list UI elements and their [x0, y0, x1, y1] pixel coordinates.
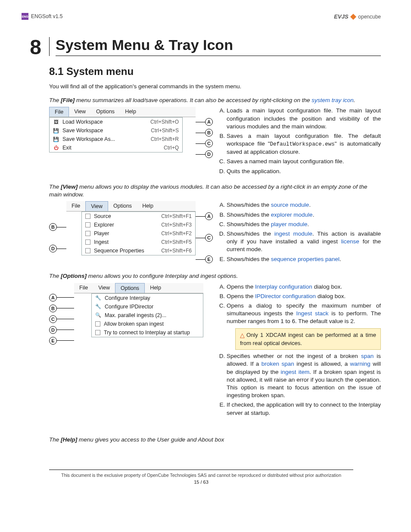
- checkbox-icon: [85, 231, 90, 236]
- link-interplay-config[interactable]: Interplay configuration: [255, 283, 312, 290]
- file-desc-a: Loads a main layout configuration file. …: [227, 107, 381, 131]
- menu-file2[interactable]: File: [66, 201, 85, 211]
- callout-e-view: E: [205, 255, 213, 263]
- checkbox-icon: [85, 222, 90, 227]
- callout-b-view: B: [49, 223, 57, 231]
- menu-item-connect-interplay-startup[interactable]: Try to connect to Interplay at startup: [92, 328, 203, 337]
- file-desc-d: Quits the application.: [227, 168, 381, 175]
- link-system-tray-icon[interactable]: system tray icon: [311, 97, 354, 103]
- opencube-logo-text: opencube: [358, 14, 381, 20]
- menu-help3[interactable]: Help: [145, 283, 166, 293]
- callout-d: D: [205, 150, 213, 158]
- opt-desc-b: Opens the IPDirector configuration dialo…: [227, 292, 381, 300]
- save-as-icon: 💾: [53, 136, 59, 142]
- chapter-title: System Menu & Tray Icon: [56, 37, 381, 56]
- callout-b-opt: B: [49, 305, 57, 312]
- link-sequence-properties[interactable]: sequence properties panel: [271, 256, 339, 262]
- opt-desc-a: Opens the Interplay configuration dialog…: [227, 283, 381, 291]
- load-icon: 🖼: [53, 119, 59, 125]
- menu-item-load-workspace[interactable]: 🖼Load WorkspaceCtrl+Shift+O: [50, 118, 182, 126]
- menu-item-player[interactable]: PlayerCtrl+Shift+F2: [82, 229, 195, 238]
- file-menubar: File View Options Help: [49, 107, 196, 117]
- checkbox-icon: [85, 214, 90, 219]
- link-warning[interactable]: warning: [350, 361, 371, 367]
- callout-d-opt: D: [49, 326, 57, 334]
- menu-item-source[interactable]: SourceCtrl+Shift+F1: [82, 212, 195, 221]
- menu-help2[interactable]: Help: [137, 201, 159, 211]
- menu-view2[interactable]: View: [85, 201, 108, 211]
- options-note: The [Options] menu allows you to configu…: [49, 272, 381, 280]
- opt-desc-d: Specifies whether or not the ingest of a…: [227, 352, 381, 399]
- menu-options3[interactable]: Options: [115, 283, 145, 293]
- gear-icon: 🔧: [95, 295, 101, 301]
- menu-item-save-workspace[interactable]: 💾Save WorkspaceCtrl+Shift+S: [50, 126, 182, 135]
- brand-logo: EVJS opencube: [334, 13, 381, 20]
- menu-help[interactable]: Help: [120, 107, 141, 117]
- link-ingest-item[interactable]: ingest item: [281, 369, 310, 375]
- checkbox-icon: [95, 321, 100, 327]
- checkbox-icon: [85, 248, 90, 253]
- menu-item-allow-broken-span[interactable]: Allow broken span ingest: [92, 320, 203, 328]
- checkbox-icon: [95, 330, 100, 335]
- options-description-list: Opens the Interplay configuration dialog…: [217, 283, 381, 417]
- menu-file[interactable]: File: [49, 107, 69, 117]
- search-icon: 🔍: [95, 312, 101, 318]
- link-player-module[interactable]: player module: [271, 221, 308, 227]
- menu-item-configure-ipdirector[interactable]: 🔧Configure IPDirector: [92, 302, 203, 311]
- intro-text: You will find all of the application's g…: [49, 83, 381, 90]
- link-ipdirector-config[interactable]: IPDirector configuration: [255, 293, 316, 299]
- callout-c-opt: C: [49, 315, 57, 323]
- exit-icon: ⏻: [53, 145, 59, 151]
- callout-e-opt: E: [49, 337, 57, 345]
- app-name: ENGSoft v1.5: [31, 13, 62, 19]
- menu-item-explorer[interactable]: ExplorerCtrl+Shift+F3: [82, 221, 195, 229]
- page-number: 15 / 63: [22, 479, 381, 485]
- file-description-list: Loads a main layout configuration file. …: [217, 107, 381, 175]
- link-ingest-stack[interactable]: Ingest stack: [296, 310, 328, 317]
- warning-box: △Only 1 XDCAM ingest can be performed at…: [235, 328, 381, 350]
- section-title: 8.1 System menu: [49, 65, 381, 78]
- save-icon: 💾: [53, 128, 59, 134]
- link-explorer-module[interactable]: explorer module: [271, 212, 313, 218]
- warning-icon: △: [240, 331, 245, 339]
- gear-icon: 🔧: [95, 304, 101, 310]
- callout-a: A: [205, 118, 213, 126]
- view-description-list: Shows/hides the source module. Shows/hid…: [217, 201, 381, 263]
- link-span[interactable]: span: [361, 353, 374, 359]
- callout-c: C: [205, 140, 213, 147]
- callout-c-view: C: [205, 234, 213, 242]
- file-desc-b: Saves a main layout configuration file. …: [227, 132, 381, 156]
- menu-item-exit[interactable]: ⏻ExitCtrl+Q: [50, 143, 182, 152]
- cube-icon: [350, 14, 356, 20]
- evs-logo-text: EVJS: [334, 13, 348, 20]
- view-desc-e: Shows/hides the sequence properties pane…: [227, 255, 381, 263]
- menu-item-save-workspace-as[interactable]: 💾Save Workspace As...Ctrl+Shift+R: [50, 135, 182, 143]
- callout-b: B: [205, 129, 213, 137]
- menu-view[interactable]: View: [69, 107, 91, 117]
- header-bar: ENG ENGSoft v1.5 EVJS opencube: [22, 13, 381, 20]
- view-desc-d: Shows/hides the ingest module. This acti…: [227, 230, 381, 254]
- menu-item-sequence-properties[interactable]: Sequence PropertiesCtrl+Shift+F6: [82, 246, 195, 255]
- menu-options2[interactable]: Options: [108, 201, 137, 211]
- chapter-number: 8: [22, 37, 41, 58]
- callout-a-opt: A: [49, 294, 57, 302]
- menu-options[interactable]: Options: [91, 107, 120, 117]
- footer-disclaimer: This document is the exclusive property …: [22, 473, 381, 478]
- view-desc-a: Shows/hides the source module.: [227, 201, 381, 209]
- help-note: The [Help] menu gives you access to the …: [49, 436, 381, 444]
- link-source-module[interactable]: source module: [271, 202, 309, 208]
- menu-item-max-parallel-ingests[interactable]: 🔍Max. parallel ingests (2)...: [92, 311, 203, 320]
- menu-view3[interactable]: View: [93, 283, 115, 293]
- link-broken-span[interactable]: broken span: [262, 361, 294, 367]
- opt-desc-e: If checked, the application will try to …: [227, 401, 381, 417]
- view-desc-b: Shows/hides the explorer module.: [227, 211, 381, 219]
- menu-item-ingest[interactable]: IngestCtrl+Shift+F5: [82, 238, 195, 246]
- menu-file3[interactable]: File: [74, 283, 93, 293]
- link-ingest-module[interactable]: ingest module: [274, 230, 312, 237]
- menu-item-configure-interplay[interactable]: 🔧Configure Interplay: [92, 294, 203, 302]
- link-license[interactable]: license: [341, 238, 359, 245]
- callout-a-view: A: [205, 212, 213, 220]
- opt-desc-c: Opens a dialog to specify the maximum nu…: [227, 302, 381, 350]
- file-desc-c: Saves a named main layout configuration …: [227, 158, 381, 165]
- view-note: The [View] menu allows you to display th…: [49, 183, 381, 199]
